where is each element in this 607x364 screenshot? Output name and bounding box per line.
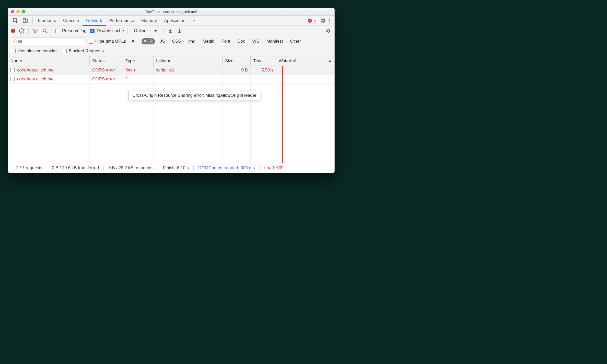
has-blocked-cookies-label: Has blocked cookies: [18, 48, 57, 54]
filter-row: Hide data URLs All XHR JS CSS Img Media …: [8, 36, 334, 47]
has-blocked-cookies-checkbox[interactable]: Has blocked cookies: [11, 48, 57, 54]
window-titlebar: DevTools - cors-errors.glitch.me/: [8, 8, 334, 16]
status-transferred: 0 B / 29.6 kB transferred: [47, 165, 103, 171]
tabs-overflow[interactable]: »: [189, 16, 199, 26]
svg-point-4: [329, 20, 330, 21]
status-load: Load: 609: [260, 165, 288, 171]
clear-button[interactable]: [19, 28, 25, 34]
cell-name: cors-host.glitch.me: [8, 66, 90, 75]
chevron-down-icon: [154, 30, 157, 32]
status-resources: 0 B / 28.2 kB resources: [104, 165, 158, 171]
toolbar-separator-3: [127, 28, 128, 34]
chip-img[interactable]: Img: [186, 38, 197, 44]
tabs-left-icons: [10, 18, 31, 24]
console-errors-badge[interactable]: ✕ 6: [306, 18, 318, 23]
table-header: Name Status Type Initiator Size Time Wat…: [8, 56, 334, 66]
preserve-log-label: Preserve log: [62, 28, 86, 33]
blocked-requests-label: Blocked Requests: [69, 48, 104, 54]
chip-css[interactable]: CSS: [170, 38, 183, 44]
status-finish: Finish: 6.10 s: [158, 165, 193, 171]
checkbox-icon: [62, 49, 67, 53]
network-toolbar: Preserve log ✓ Disable cache Online: [8, 26, 334, 36]
hide-data-urls-checkbox[interactable]: Hide data URLs: [89, 39, 126, 44]
disable-cache-checkbox[interactable]: ✓ Disable cache: [90, 28, 124, 33]
preserve-log-checkbox[interactable]: Preserve log: [55, 28, 86, 33]
tab-performance[interactable]: Performance: [106, 16, 138, 26]
status-domcontentloaded: DOMContentLoaded: 606 ms: [194, 165, 259, 171]
record-button[interactable]: [11, 29, 15, 33]
chip-xhr[interactable]: XHR: [142, 38, 155, 44]
more-menu-icon[interactable]: [326, 18, 332, 24]
cell-initiator[interactable]: script.js:1: [154, 66, 223, 75]
table-row[interactable]: cors-host.glitch.me CORS error f: [8, 75, 334, 84]
device-toolbar-icon[interactable]: [22, 18, 28, 24]
svg-rect-9: [178, 32, 181, 33]
blocked-requests-checkbox[interactable]: Blocked Requests: [62, 48, 104, 54]
svg-point-3: [329, 19, 330, 20]
throttling-value: Online: [134, 28, 146, 33]
svg-rect-8: [169, 32, 172, 33]
devtools-window: DevTools - cors-errors.glitch.me/ Elemen…: [8, 8, 335, 173]
col-waterfall[interactable]: Waterfall: [276, 56, 325, 66]
resource-type-chips: All XHR JS CSS Img Media Font Doc WS Man…: [130, 38, 303, 44]
settings-icon[interactable]: [320, 18, 326, 24]
toolbar-separator-4: [163, 28, 164, 34]
search-icon[interactable]: [42, 28, 48, 34]
chip-manifest[interactable]: Manifest: [264, 38, 285, 44]
col-sort-indicator[interactable]: ▲: [325, 56, 334, 66]
cell-time: [251, 75, 276, 83]
chip-all[interactable]: All: [130, 38, 138, 44]
toolbar-separator-2: [52, 28, 52, 34]
tab-network[interactable]: Network: [83, 16, 106, 26]
svg-rect-2: [25, 20, 27, 23]
tab-memory[interactable]: Memory: [138, 16, 160, 26]
checkbox-icon: [11, 49, 16, 53]
checkbox-icon: [89, 39, 93, 44]
svg-point-5: [329, 22, 330, 23]
cell-initiator: [154, 75, 223, 83]
panel-tabs: Elements Console Network Performance Mem…: [8, 16, 334, 26]
cell-type: fetch: [123, 66, 154, 75]
col-initiator[interactable]: Initiator: [154, 56, 223, 66]
upload-har-icon[interactable]: [167, 28, 173, 34]
cell-pad: [325, 75, 334, 83]
hide-data-urls-label: Hide data URLs: [95, 39, 126, 44]
inspect-element-icon[interactable]: [13, 18, 19, 24]
tab-application[interactable]: Application: [160, 16, 189, 26]
cell-size: [223, 75, 251, 83]
cell-waterfall: [276, 66, 325, 75]
throttling-select[interactable]: Online: [131, 28, 160, 34]
filter-toggle-icon[interactable]: [32, 28, 38, 34]
col-time[interactable]: Time: [251, 56, 276, 66]
tab-elements[interactable]: Elements: [34, 16, 60, 26]
col-name[interactable]: Name: [8, 56, 90, 66]
chip-ws[interactable]: WS: [250, 38, 261, 44]
cell-waterfall: [276, 75, 325, 83]
chip-doc[interactable]: Doc: [235, 38, 247, 44]
col-type[interactable]: Type: [123, 56, 154, 66]
chip-font[interactable]: Font: [219, 38, 232, 44]
row-checkbox-icon: [10, 68, 15, 72]
checkbox-checked-icon: ✓: [90, 29, 95, 33]
chip-js[interactable]: JS: [158, 38, 167, 44]
col-size[interactable]: Size: [223, 56, 251, 66]
toolbar-separator: [28, 28, 29, 34]
chip-other[interactable]: Other: [288, 38, 303, 44]
tab-console[interactable]: Console: [60, 16, 83, 26]
chip-media[interactable]: Media: [201, 38, 216, 44]
col-status[interactable]: Status: [90, 56, 123, 66]
status-tooltip: Cross-Origin Resource Sharing error: Mis…: [129, 91, 260, 100]
filter-input[interactable]: [11, 38, 85, 45]
cell-status: CORS error: [90, 66, 123, 75]
cell-status: CORS error: [90, 75, 123, 83]
cell-type: f: [123, 75, 154, 83]
status-bar: 2 / 7 requests 0 B / 29.6 kB transferred…: [8, 163, 334, 173]
tabs-divider: [32, 17, 33, 24]
svg-line-7: [46, 32, 47, 33]
cell-size: 0 B: [223, 66, 251, 75]
disable-cache-label: Disable cache: [97, 28, 124, 33]
download-har-icon[interactable]: [177, 28, 183, 34]
network-settings-icon[interactable]: [325, 28, 331, 34]
error-count: 6: [313, 18, 316, 23]
table-row[interactable]: cors-host.glitch.me CORS error fetch scr…: [8, 66, 334, 75]
